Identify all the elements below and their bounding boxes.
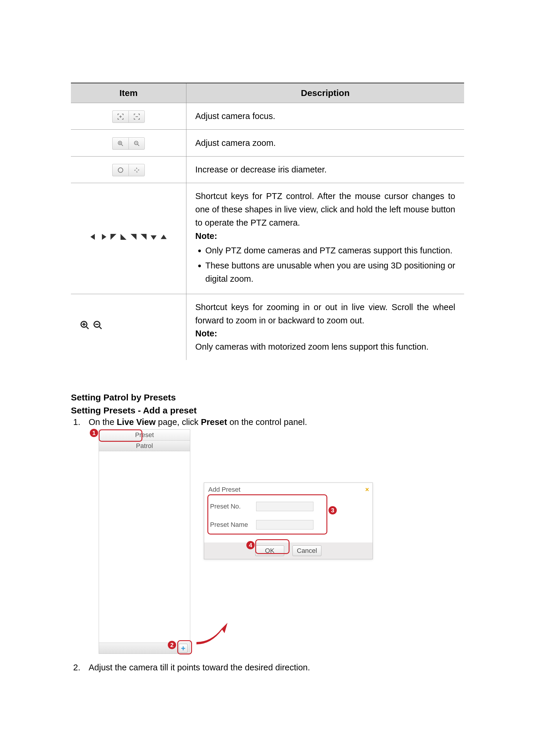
svg-marker-7 <box>130 234 136 240</box>
svg-marker-9 <box>151 235 156 240</box>
th-desc: Description <box>186 83 465 103</box>
svg-marker-10 <box>161 234 167 239</box>
table-row: Adjust camera focus. <box>71 103 464 130</box>
ptz-note-item: These buttons are unusable when you are … <box>205 259 455 285</box>
scroll-zoom-icons <box>80 320 103 330</box>
cancel-button[interactable]: Cancel <box>293 546 322 556</box>
iris-open-icon <box>112 164 128 176</box>
table-row: Shortcut keys for zooming in or out in l… <box>71 294 464 360</box>
ptz-note-label: Note: <box>195 230 455 243</box>
scroll-desc: Shortcut keys for zooming in or out in l… <box>195 301 455 327</box>
scroll-note-label: Note: <box>195 327 455 340</box>
ptz-controls-table: Item Description Adjust camera focus. <box>71 83 464 360</box>
heading-patrol: Setting Patrol by Presets <box>71 392 464 402</box>
tab-preset[interactable]: Preset <box>99 430 190 441</box>
iris-close-icon <box>128 164 145 176</box>
heading-presets: Setting Presets - Add a preset <box>71 405 464 416</box>
callout-1: 1 <box>90 429 98 437</box>
svg-marker-8 <box>141 234 147 240</box>
zoom-buttons <box>112 137 145 150</box>
ptz-cursor-shapes-icon <box>89 232 168 241</box>
magnify-plus-icon <box>80 320 90 330</box>
preset-figure: Preset Patrol + 1 2 Add Preset <box>89 429 375 657</box>
add-preset-dialog: Add Preset × Preset No. Preset Name OK C <box>204 482 373 559</box>
focus-in-icon <box>112 110 128 123</box>
scroll-note-line: Only cameras with motorized zoom lens su… <box>195 340 455 354</box>
preset-sidebar: Preset Patrol + <box>99 429 190 654</box>
preset-no-label: Preset No. <box>210 502 251 510</box>
ptz-note-item: Only PTZ dome cameras and PTZ cameras su… <box>205 244 455 257</box>
tab-patrol[interactable]: Patrol <box>99 441 190 451</box>
step-1: On the Live View page, click Preset on t… <box>83 417 464 657</box>
iris-desc: Increase or decrease iris diameter. <box>186 156 465 183</box>
preset-name-input[interactable] <box>256 520 313 529</box>
svg-marker-4 <box>102 234 106 240</box>
ok-button[interactable]: OK <box>255 546 284 556</box>
focus-buttons <box>112 110 145 123</box>
focus-desc: Adjust camera focus. <box>186 103 465 130</box>
zoom-out-icon <box>128 137 145 150</box>
close-icon[interactable]: × <box>365 486 369 494</box>
dialog-title: Add Preset <box>208 486 240 493</box>
preset-list <box>99 451 190 643</box>
table-row: Increase or decrease iris diameter. <box>71 156 464 183</box>
preset-name-label: Preset Name <box>210 521 251 528</box>
add-preset-button[interactable]: + <box>179 644 187 653</box>
ptz-desc: Shortcut keys for PTZ control. After the… <box>195 190 455 230</box>
focus-out-icon <box>128 110 145 123</box>
zoom-desc: Adjust camera zoom. <box>186 130 465 156</box>
step-2: Adjust the camera till it points toward … <box>83 663 464 672</box>
preset-no-input[interactable] <box>256 502 313 511</box>
zoom-in-icon <box>112 137 128 150</box>
iris-buttons <box>112 164 145 176</box>
svg-marker-6 <box>121 234 127 240</box>
th-item: Item <box>71 83 186 103</box>
svg-marker-3 <box>90 234 95 240</box>
arrow-icon <box>195 621 230 647</box>
magnify-minus-icon <box>93 320 103 330</box>
table-row: Shortcut keys for PTZ control. After the… <box>71 183 464 294</box>
svg-marker-5 <box>110 234 116 240</box>
table-row: Adjust camera zoom. <box>71 130 464 156</box>
